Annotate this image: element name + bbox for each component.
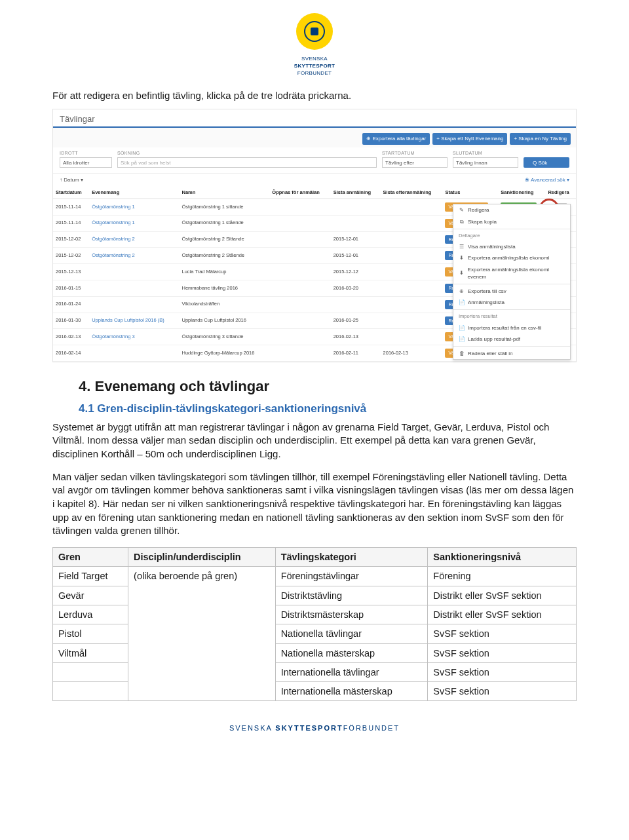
- comp-th: Startdatum: [53, 187, 89, 199]
- ctx-export-csv[interactable]: ⊕Exportera till csv: [453, 286, 570, 297]
- cell: [89, 345, 179, 362]
- cat-cell: Internationella mästerskap: [275, 682, 428, 701]
- cell: [269, 329, 330, 345]
- search-label: SÖKNING: [117, 150, 377, 157]
- start-date-input[interactable]: Tävling efter: [382, 157, 448, 168]
- level-cell: SvSF sektion: [428, 662, 577, 681]
- logo-text: SVENSKA SKYTTESPORT FÖRBUNDET: [52, 55, 577, 77]
- ctx-export-eco-ev[interactable]: ⬇Exportera anmälningslista ekonomi evene…: [453, 264, 570, 282]
- cell: Östgötamönstring 2 Sittande: [180, 231, 270, 248]
- ctx-head-participants: Deltagare: [453, 231, 570, 242]
- cell: [89, 264, 179, 280]
- body-paragraph-2: Man väljer sedan vilken tävlingskategori…: [52, 470, 577, 538]
- body-paragraph-1: Systemet är byggt utifrån att man regist…: [52, 421, 577, 461]
- cell: 2015-12-13: [53, 264, 89, 280]
- ctx-reg-list[interactable]: 📄Anmälningslista: [453, 297, 570, 308]
- cell: 2015-12-01: [331, 248, 381, 264]
- search-input[interactable]: Sök på vad som helst: [117, 157, 377, 168]
- row-context-menu: ✎Redigera ⧉Skapa kopia Deltagare ☰Visa a…: [453, 204, 571, 360]
- cell: Östgötamönstring 3: [89, 329, 179, 345]
- cell: Östgötamönstring 2 Stående: [180, 248, 270, 264]
- cell: [381, 231, 443, 248]
- end-date-input[interactable]: Tävling innan: [453, 157, 518, 168]
- cell: 2016-01-30: [53, 313, 89, 329]
- cat-cell: Nationella mästerskap: [275, 643, 428, 662]
- cell: [89, 296, 179, 313]
- logo-icon: [296, 13, 333, 50]
- cell: [269, 199, 330, 216]
- new-competition-button[interactable]: + Skapa en Ny Tävling: [510, 133, 571, 144]
- logo-line1: SVENSKA: [301, 56, 328, 62]
- section-heading: 4. Evenemang och tävlingar: [79, 377, 577, 397]
- cell: [269, 264, 330, 280]
- footer-line1: SVENSKA: [229, 724, 272, 732]
- panel-title: Tävlingar: [53, 109, 576, 126]
- comp-th: Sista efteranmälning: [381, 187, 443, 199]
- cell: [269, 313, 330, 329]
- cell: 2015-12-02: [53, 231, 89, 248]
- pdf-icon: 📄: [459, 335, 465, 343]
- pencil-icon: ✎: [459, 206, 465, 214]
- logo-line3: FÖRBUNDET: [297, 70, 332, 76]
- comp-th: Redigera: [545, 187, 576, 199]
- sort-control[interactable]: ↑ Datum ▾: [60, 176, 83, 183]
- page-footer: SVENSKA SKYTTESPORTFÖRBUNDET: [52, 723, 577, 733]
- cell: [381, 264, 443, 280]
- filter-secondary-row: ↑ Datum ▾ ❀ Avancerad sök ▾: [53, 174, 576, 186]
- start-label: STARTDATUM: [382, 150, 448, 157]
- level-cell: SvSF sektion: [428, 624, 577, 643]
- cell: 2016-03-20: [331, 280, 381, 297]
- subsection-heading: 4.1 Gren-disciplin-tävlingskategori-sank…: [79, 401, 577, 417]
- search-button[interactable]: Q Sök: [524, 157, 569, 168]
- ctx-copy[interactable]: ⧉Skapa kopia: [453, 216, 570, 227]
- sport-select[interactable]: Alla idrotter: [60, 157, 112, 168]
- gren-cell: Field Target: [53, 567, 128, 586]
- cell: [381, 248, 443, 264]
- cell: [381, 199, 443, 216]
- cell: Östgötamönstring 1: [89, 215, 179, 231]
- export-all-button[interactable]: ⊕ Exportera alla tävlingar: [362, 133, 430, 144]
- intro-paragraph: För att redigera en befintlig tävling, k…: [52, 88, 577, 102]
- gren-cell: Lerduva: [53, 605, 128, 624]
- cat-cell: Internationella tävlingar: [275, 662, 428, 681]
- ctx-export-eco[interactable]: ⬇Exportera anmälningslista ekonomi: [453, 252, 570, 263]
- ctx-edit[interactable]: ✎Redigera: [453, 204, 570, 216]
- comp-th: Namn: [180, 187, 270, 199]
- cell: 2015-11-14: [53, 215, 89, 231]
- cell: Lucia Trad Mälarcup: [180, 264, 270, 280]
- footer-line2: SKYTTESPORT: [275, 724, 343, 732]
- th-niva: Sanktioneringsnivå: [428, 548, 577, 567]
- cell: Östgötamönstring 2: [89, 231, 179, 248]
- screenshot-panel: Tävlingar ⊕ Exportera alla tävlingar + S…: [52, 109, 577, 362]
- cell: [381, 296, 443, 313]
- cell: [381, 313, 443, 329]
- gren-cell-empty: [53, 662, 128, 681]
- comp-th: Öppnas för anmälan: [269, 187, 330, 199]
- cat-cell: Distriktstävling: [275, 586, 428, 605]
- cell: [269, 296, 330, 313]
- ctx-delete[interactable]: 🗑Radera eller ställ in: [453, 348, 570, 359]
- cell: [269, 231, 330, 248]
- cell: [269, 248, 330, 264]
- ctx-head-import: Importera resultat: [453, 311, 570, 322]
- gren-cell: Viltmål: [53, 643, 128, 662]
- cell: 2016-01-15: [53, 280, 89, 297]
- th-kategori: Tävlingskategori: [275, 548, 428, 567]
- cat-cell: Distriktsmästerskap: [275, 605, 428, 624]
- advanced-search-link[interactable]: ❀ Avancerad sök ▾: [525, 176, 569, 183]
- csv-icon: ⊕: [459, 288, 465, 295]
- filter-row: IDROTT Alla idrotter SÖKNING Sök på vad …: [53, 147, 576, 174]
- level-cell: SvSF sektion: [428, 643, 577, 662]
- cell: Östgötamönstring 3 sittande: [180, 329, 270, 345]
- cell: [269, 215, 330, 231]
- cell: Vikbolandsträffen: [180, 296, 270, 313]
- cell: [381, 280, 443, 297]
- ctx-import-csv[interactable]: 📄Importera resultat från en csv-fil: [453, 322, 570, 334]
- cell: 2016-02-11: [331, 345, 381, 362]
- cell: [331, 199, 381, 216]
- new-event-button[interactable]: + Skapa ett Nytt Evenemang: [432, 133, 507, 144]
- cell: [381, 215, 443, 231]
- ctx-upload-pdf[interactable]: 📄Ladda upp resultat-pdf: [453, 334, 570, 345]
- cell: 2015-12-12: [331, 264, 381, 280]
- ctx-view-reg[interactable]: ☰Visa anmälningslista: [453, 241, 570, 252]
